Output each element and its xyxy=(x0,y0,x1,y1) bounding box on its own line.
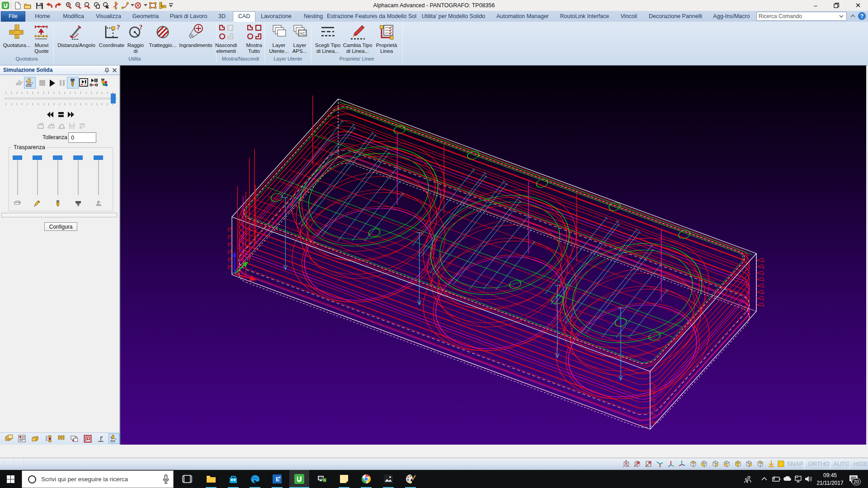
svg-text:AC: AC xyxy=(300,31,306,36)
svg-text:?: ? xyxy=(139,24,143,31)
svg-text:?: ? xyxy=(117,24,120,31)
svg-text:?: ? xyxy=(860,13,863,19)
svg-text:+: + xyxy=(278,475,281,480)
